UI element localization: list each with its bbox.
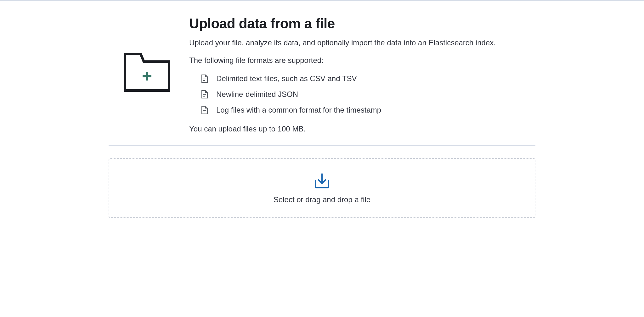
- formats-intro: The following file formats are supported…: [189, 55, 520, 66]
- format-text: Log files with a common format for the t…: [216, 106, 381, 114]
- file-dropzone[interactable]: Select or drag and drop a file: [109, 158, 535, 218]
- format-text: Delimited text files, such as CSV and TS…: [216, 74, 357, 83]
- import-icon: [314, 173, 330, 190]
- format-item: Newline-delimited JSON: [189, 90, 520, 99]
- dropzone-wrap: Select or drag and drop a file: [109, 158, 535, 218]
- format-item: Delimited text files, such as CSV and TS…: [189, 74, 520, 83]
- upload-page-container: Upload data from a file Upload your file…: [109, 1, 535, 231]
- dropzone-prompt: Select or drag and drop a file: [116, 195, 528, 204]
- header-content: Upload data from a file Upload your file…: [189, 16, 520, 135]
- page-description: Upload your file, analyze its data, and …: [189, 37, 520, 48]
- size-note: You can upload files up to 100 MB.: [189, 123, 520, 135]
- format-text: Newline-delimited JSON: [216, 90, 298, 99]
- section-divider: [109, 145, 535, 146]
- header-section: Upload data from a file Upload your file…: [109, 16, 535, 135]
- format-list: Delimited text files, such as CSV and TS…: [189, 74, 520, 114]
- document-icon: [201, 106, 208, 114]
- format-item: Log files with a common format for the t…: [189, 106, 520, 114]
- page-title: Upload data from a file: [189, 16, 520, 31]
- folder-plus-icon: [124, 53, 170, 92]
- document-icon: [201, 90, 208, 99]
- folder-icon-wrap: [124, 16, 170, 93]
- document-icon: [201, 74, 208, 83]
